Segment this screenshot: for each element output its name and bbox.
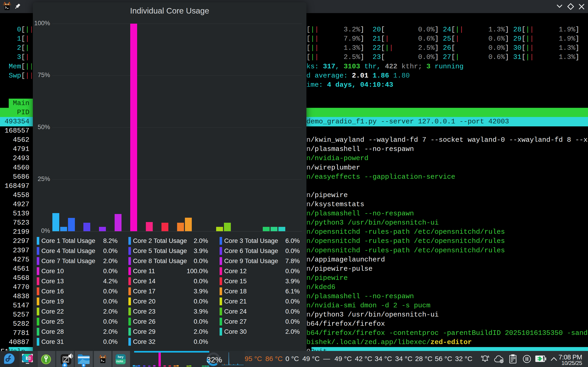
svg-text:hey: hey <box>118 355 124 359</box>
svg-text:note_: note_ <box>116 359 125 363</box>
